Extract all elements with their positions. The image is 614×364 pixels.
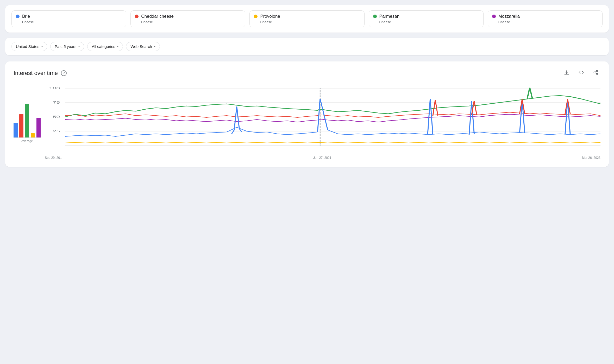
- parmesan-name: Parmesan: [379, 14, 399, 19]
- filters-card: United States ▾ Past 5 years ▾ All categ…: [5, 38, 609, 55]
- line-chart-section: 100 75 50 25: [45, 86, 600, 160]
- chart-area: Average 100 75 50 25: [14, 86, 600, 160]
- help-icon[interactable]: ?: [61, 70, 67, 76]
- svg-point-1: [594, 72, 595, 73]
- chart-actions: [562, 69, 600, 77]
- categories-filter[interactable]: All categories ▾: [87, 42, 123, 51]
- embed-button[interactable]: [577, 69, 586, 77]
- categories-chevron-icon: ▾: [117, 45, 118, 48]
- average-bar-chart: Average: [14, 86, 45, 160]
- share-button[interactable]: [591, 69, 600, 77]
- term-brie[interactable]: Brie Cheese: [11, 10, 126, 27]
- cheddar-category: Cheese: [141, 20, 241, 24]
- provolone-dot: [254, 15, 258, 18]
- cheddar-dot: [135, 15, 139, 18]
- x-label-start: Sep 29, 20...: [45, 156, 62, 160]
- provolone-category: Cheese: [260, 20, 360, 24]
- term-parmesan[interactable]: Parmesan Cheese: [369, 10, 484, 27]
- bar-mozzarella: [36, 118, 41, 137]
- search-terms-card: Brie Cheese Cheddar cheese Cheese Provol…: [5, 5, 609, 33]
- provolone-name: Provolone: [260, 14, 280, 19]
- line-chart-svg: 100 75 50 25: [45, 86, 600, 153]
- bar-brie: [14, 123, 18, 137]
- svg-point-0: [597, 70, 598, 72]
- bar-chart-bars: [14, 86, 41, 138]
- term-mozzarella[interactable]: Mozzarella Cheese: [488, 10, 603, 27]
- region-label: United States: [16, 44, 39, 49]
- categories-label: All categories: [92, 44, 115, 49]
- parmesan-category: Cheese: [379, 20, 479, 24]
- x-label-mid: Jun 27, 2021: [313, 156, 331, 160]
- chart-card: Interest over time ?: [5, 61, 609, 167]
- x-label-end: Mar 26, 2023: [582, 156, 600, 160]
- brie-name: Brie: [22, 14, 30, 19]
- mozzarella-category: Cheese: [498, 20, 598, 24]
- term-provolone[interactable]: Provolone Cheese: [249, 10, 364, 27]
- time-label: Past 5 years: [55, 44, 76, 49]
- svg-text:25: 25: [53, 129, 60, 133]
- chart-title: Interest over time: [14, 70, 58, 77]
- x-axis-labels: Sep 29, 20... Jun 27, 2021 Mar 26, 2023: [45, 154, 600, 160]
- cheddar-name: Cheddar cheese: [141, 14, 174, 19]
- brie-category: Cheese: [22, 20, 122, 24]
- svg-text:100: 100: [49, 86, 60, 90]
- region-chevron-icon: ▾: [41, 45, 43, 48]
- svg-line-4: [595, 71, 597, 72]
- svg-line-3: [595, 73, 597, 73]
- time-filter[interactable]: Past 5 years ▾: [50, 42, 84, 51]
- term-cheddar[interactable]: Cheddar cheese Cheese: [130, 10, 245, 27]
- chart-header: Interest over time ?: [14, 69, 600, 77]
- chart-title-group: Interest over time ?: [14, 70, 67, 77]
- region-filter[interactable]: United States ▾: [11, 42, 47, 51]
- brie-dot: [16, 15, 20, 18]
- time-chevron-icon: ▾: [78, 45, 80, 48]
- search-type-chevron-icon: ▾: [154, 45, 155, 48]
- download-button[interactable]: [562, 69, 571, 77]
- svg-text:50: 50: [53, 115, 60, 118]
- bar-provolone: [31, 133, 35, 137]
- average-label: Average: [21, 139, 33, 143]
- bar-cheddar: [19, 114, 23, 137]
- mozzarella-dot: [492, 15, 496, 18]
- parmesan-dot: [373, 15, 377, 18]
- svg-point-2: [597, 73, 598, 74]
- mozzarella-name: Mozzarella: [498, 14, 520, 19]
- search-type-filter[interactable]: Web Search ▾: [126, 42, 160, 51]
- svg-text:75: 75: [53, 101, 60, 104]
- search-type-label: Web Search: [130, 44, 152, 49]
- bar-parmesan: [25, 104, 29, 137]
